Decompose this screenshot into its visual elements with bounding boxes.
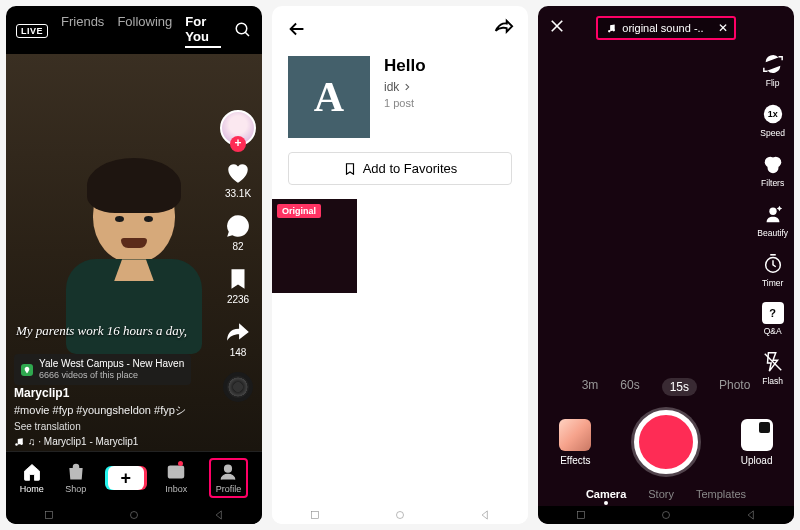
add-to-favorites-button[interactable]: Add to Favorites xyxy=(288,152,512,185)
android-home-icon[interactable] xyxy=(659,508,673,522)
mode-story[interactable]: Story xyxy=(648,488,674,500)
filters-button[interactable]: Filters xyxy=(761,152,785,188)
video-meta: Maryclip1 #movie #fyp #youngsheldon #fyp… xyxy=(14,386,202,447)
camera-viewfinder[interactable]: Flip 1x Speed Filters Beautify Timer ? Q… xyxy=(538,46,794,506)
android-back-icon[interactable] xyxy=(744,508,758,522)
tab-for-you[interactable]: For You xyxy=(185,14,221,48)
nav-shop[interactable]: Shop xyxy=(65,462,86,494)
mode-camera[interactable]: Camera xyxy=(586,488,626,500)
svg-point-7 xyxy=(130,512,137,519)
shop-icon xyxy=(66,462,86,482)
record-row: Effects Upload xyxy=(538,410,794,474)
camera-tools-rail: Flip 1x Speed Filters Beautify Timer ? Q… xyxy=(757,52,788,386)
video-hashtags[interactable]: #movie #fyp #youngsheldon #fypシ xyxy=(14,403,202,418)
svg-line-1 xyxy=(245,32,249,36)
flip-button[interactable]: Flip xyxy=(761,52,785,88)
nav-profile[interactable]: Profile xyxy=(209,458,249,498)
speed-button[interactable]: 1x Speed xyxy=(760,102,785,138)
duration-selector: 3m 60s 15s Photo xyxy=(538,378,794,396)
qa-button[interactable]: ? Q&A xyxy=(762,302,784,336)
back-button[interactable] xyxy=(286,18,308,44)
heart-icon xyxy=(225,160,251,186)
upload-button[interactable]: Upload xyxy=(741,419,773,466)
see-translation-link[interactable]: See translation xyxy=(14,421,202,432)
bookmark-icon xyxy=(343,162,357,176)
original-badge: Original xyxy=(277,204,321,218)
effects-thumb-icon xyxy=(559,419,591,451)
like-count: 33.1K xyxy=(225,188,251,199)
svg-point-9 xyxy=(396,512,403,519)
svg-point-0 xyxy=(236,23,247,34)
flip-icon xyxy=(761,52,785,76)
share-button[interactable] xyxy=(492,18,514,44)
nav-home[interactable]: Home xyxy=(20,462,44,494)
android-back-icon[interactable] xyxy=(478,508,492,522)
location-video-count: 6666 videos of this place xyxy=(39,370,184,381)
nav-inbox[interactable]: Inbox xyxy=(165,462,187,494)
android-recents-icon[interactable] xyxy=(42,508,56,522)
record-button[interactable] xyxy=(634,410,698,474)
android-home-icon[interactable] xyxy=(393,508,407,522)
svg-point-20 xyxy=(662,512,669,519)
author-username[interactable]: Maryclip1 xyxy=(14,386,202,400)
search-icon[interactable] xyxy=(234,21,252,42)
mode-templates[interactable]: Templates xyxy=(696,488,746,500)
location-chip[interactable]: Yale West Campus - New Haven 6666 videos… xyxy=(14,354,191,385)
home-icon xyxy=(22,462,42,482)
android-recents-icon[interactable] xyxy=(308,508,322,522)
share-button[interactable]: 148 xyxy=(225,319,251,358)
duration-15s[interactable]: 15s xyxy=(662,378,697,396)
clear-sound-icon[interactable]: ✕ xyxy=(718,21,728,35)
duration-photo[interactable]: Photo xyxy=(719,378,750,396)
beautify-button[interactable]: Beautify xyxy=(757,202,788,238)
action-rail: 33.1K 82 2236 148 xyxy=(220,110,256,445)
svg-point-3 xyxy=(20,442,23,445)
duration-3m[interactable]: 3m xyxy=(582,378,599,396)
like-button[interactable]: 33.1K xyxy=(225,160,251,199)
timer-icon xyxy=(761,252,785,276)
feed-top-bar: LIVE Friends Following For You xyxy=(6,6,262,54)
sound-marquee[interactable]: ♫ · Maryclip1 - Maryclip1 xyxy=(14,436,202,447)
feed-tabs: Friends Following For You xyxy=(61,14,221,48)
svg-point-15 xyxy=(767,162,778,173)
android-back-icon[interactable] xyxy=(212,508,226,522)
comment-icon xyxy=(225,213,251,239)
tab-friends[interactable]: Friends xyxy=(61,14,104,48)
location-name: Yale West Campus - New Haven xyxy=(39,358,184,370)
nav-create[interactable]: + xyxy=(108,466,144,490)
selected-sound-chip[interactable]: original sound -.. ✕ xyxy=(596,16,735,40)
sound-disc[interactable] xyxy=(223,372,253,402)
duration-60s[interactable]: 60s xyxy=(620,378,639,396)
svg-point-10 xyxy=(608,30,610,32)
sound-page-screen: A Hello idk 1 post Add to Favorites Orig… xyxy=(272,6,528,524)
video-tile[interactable]: Original xyxy=(272,199,357,293)
save-button[interactable]: 2236 xyxy=(225,266,251,305)
svg-point-2 xyxy=(15,443,18,446)
sound-author-link[interactable]: idk xyxy=(384,80,426,94)
android-recents-icon[interactable] xyxy=(574,508,588,522)
mode-selector: Camera Story Templates xyxy=(538,488,794,500)
bookmark-icon xyxy=(225,266,251,292)
author-avatar[interactable] xyxy=(220,110,256,146)
android-home-icon[interactable] xyxy=(127,508,141,522)
inbox-icon xyxy=(166,462,186,482)
upload-thumb-icon xyxy=(741,419,773,451)
close-button[interactable] xyxy=(548,17,566,39)
svg-point-16 xyxy=(769,208,776,215)
sound-cover[interactable]: A xyxy=(288,56,370,138)
svg-rect-4 xyxy=(169,466,184,478)
live-button[interactable]: LIVE xyxy=(16,24,48,38)
bottom-nav: Home Shop + Inbox Profile xyxy=(6,451,262,506)
tab-following[interactable]: Following xyxy=(117,14,172,48)
video-area[interactable]: My parents work 16 hours a day, Yale Wes… xyxy=(6,54,262,451)
effects-button[interactable]: Effects xyxy=(559,419,591,466)
android-nav-bar xyxy=(272,506,528,524)
share-count: 148 xyxy=(230,347,247,358)
sound-header: A Hello idk 1 post xyxy=(272,56,528,152)
share-icon xyxy=(225,319,251,345)
comment-button[interactable]: 82 xyxy=(225,213,251,252)
chevron-right-icon xyxy=(402,82,412,92)
map-pin-icon xyxy=(21,364,33,376)
timer-button[interactable]: Timer xyxy=(761,252,785,288)
sound-top-bar xyxy=(272,6,528,56)
